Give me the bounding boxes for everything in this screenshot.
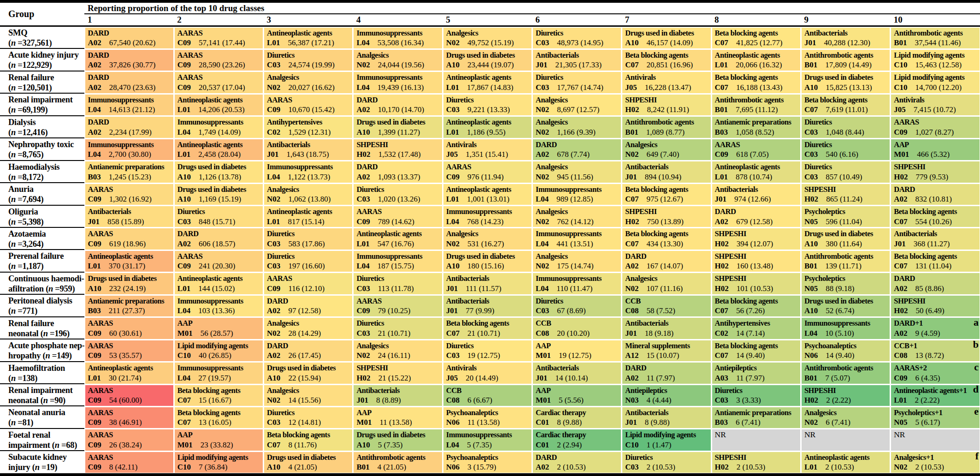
- cell-L01: Antineoplastic agentsL0130 (21.74): [85, 363, 173, 383]
- cell-N02: AnalgesicsN0224 (16.11): [354, 340, 442, 361]
- cell-A10: Drugs used in diabetesA1023,444 (19.07): [443, 50, 531, 71]
- group-label: Peritoneal dialysis(n =771): [0, 295, 84, 317]
- cell-A10: Drugs used in diabetesA101,169 (15.19): [175, 184, 263, 205]
- cell-B01: Antithrombotic agentsB0117,809 (14.49): [802, 50, 890, 71]
- cell-B01: Antithrombotic agentsB017 (5.07): [802, 363, 890, 383]
- table-row: Dialysis(n =12,416)DARDA022,234 (17.99)I…: [0, 116, 980, 138]
- group-label: SMQ(n =327,561): [0, 27, 84, 49]
- cell-N02: AnalgesicsN02175 (14.74): [533, 251, 621, 272]
- cell-N06: PsychoanalepticsN0614 (9.40): [802, 340, 890, 361]
- cell-L04: ImmunosuppressantsL04103 (13.36): [175, 296, 263, 316]
- cell-C09: AARASC0953 (35.57): [85, 340, 173, 361]
- cell-L04: ImmunosuppressantsL04110 (11.47): [533, 273, 621, 294]
- cell-N05: PsycholepticsN0588 (9.18): [802, 273, 890, 294]
- table-title: Reporting proportion of the top 10 drug …: [84, 3, 980, 14]
- cell-A10: Drugs used in diabetesA101,399 (11.27): [354, 117, 442, 137]
- cell-N02: AnalgesicsN02649 (7.40): [622, 139, 710, 160]
- cell-J01: AntibacterialsJ011,643 (18.75): [264, 139, 352, 160]
- cell-A02: DARDA02678 (7.74): [533, 139, 621, 160]
- cell-C03: DiureticsC0317,767 (14.74): [533, 72, 621, 93]
- table-row: Anuria(n =7,694)AARASC091,302 (16.92)Dru…: [0, 183, 980, 205]
- cell-N02: AnalgesicsN0214 (15.56): [264, 385, 352, 406]
- cell-A02: DARDA0210,170 (14.70): [354, 95, 442, 115]
- cell-B01: Antithrombotic agentsB014 (21.05): [354, 452, 442, 473]
- cell-L04: ImmunosuppressantsL0419,439 (16.13): [354, 72, 442, 93]
- cell-A10: Drugs used in diabetesA1046,157 (14.09): [622, 28, 710, 48]
- cell-A10: Drugs used in diabetesA10380 (11.64): [802, 228, 890, 249]
- cell-C03: DiureticsC031,020 (13.26): [354, 184, 442, 205]
- cell-A02: DARDA02606 (18.57): [175, 228, 263, 249]
- table-row: Renal impairment(n =69,199)Immunosuppres…: [0, 94, 980, 116]
- cell-C09: AARASC09618 (7.05): [712, 139, 800, 160]
- table-row: Haemofiltration(n =138)Antineoplastic ag…: [0, 362, 980, 384]
- group-label: Prerenal failure(n =1,187): [0, 250, 84, 272]
- cell-C10: Lipid modifying agentsC101 (1.47): [622, 429, 710, 450]
- table-row: Subacute kidneyinjury (n =19)AARASC098 (…: [0, 451, 980, 473]
- cell-C03: DiureticsC0321 (10.71): [354, 318, 442, 339]
- cell-C03: DiureticsC039,221 (13.33): [443, 95, 531, 115]
- cell-C07: Beta blocking agentsC077,619 (11.01): [802, 95, 890, 115]
- cell-C09: AARASC0960 (30.61): [85, 318, 173, 339]
- cell-C09: AARASC09976 (11.94): [443, 161, 531, 182]
- cell-C07: Beta blocking agentsC07554 (10.26): [891, 206, 979, 227]
- cell-A10: Drugs used in diabetesA1052 (6.74): [802, 296, 890, 316]
- cell-N02: AnalgesicsN02531 (16.27): [443, 228, 531, 249]
- cell-C09: AARASC09619 (18.96): [85, 228, 173, 249]
- cell-C08: CCBC086 (6.67): [443, 385, 531, 406]
- group-label: Foetal renalimpairment (n =68): [0, 429, 84, 451]
- cell-C02: AntihypertensivesC0214 (7.14): [712, 318, 800, 339]
- group-label: Dialysis(n =12,416): [0, 116, 84, 138]
- cell-J01: AntibacterialsJ0118 (9.18): [622, 318, 710, 339]
- cell-C03: DiureticsC032 (10.53): [622, 452, 710, 473]
- cell-B01: Antithrombotic agentsB01139 (11.71): [802, 251, 890, 272]
- cell-C09: AARASC0928,590 (23.26): [175, 50, 263, 71]
- table-row: Continuous haemodi-afiltration (n =959)D…: [0, 273, 980, 295]
- cell-H02: SHPESHIH028,242 (11.91): [622, 95, 710, 115]
- rank-header-10: 10: [891, 14, 980, 25]
- cell-A02: DARDA0267,540 (20.62): [85, 28, 173, 48]
- group-label: Renal failureneonatal (n =196): [0, 317, 84, 339]
- cell-C03: DiureticsC03113 (11.78): [354, 273, 442, 294]
- cell-H02: SHPESHIH022 (10.53): [712, 452, 800, 473]
- cell-C09: AARASC0979 (10.25): [354, 296, 442, 316]
- cell-J01: AntibacterialsJ0121,305 (17.33): [533, 50, 621, 71]
- cell-L04: ImmunosuppressantsL045 (7.35): [443, 429, 531, 450]
- table-row: Foetal renalimpairment (n =68)AARASC0926…: [0, 429, 980, 451]
- cell-N02: Analgesics+1N022 (10.53): [891, 452, 979, 473]
- row-flag-b: b: [973, 339, 979, 351]
- cell-C07: Beta blocking agentsC0713 (16.05): [175, 407, 263, 428]
- group-label: Anuria(n =7,694): [0, 183, 84, 205]
- cell-N02: AnalgesicsN0249,752 (15.19): [443, 28, 531, 48]
- cell-A02: DARDA02832 (10.81): [891, 184, 979, 205]
- cell-L01: Antineoplastic agentsL01144 (15.02): [175, 273, 263, 294]
- cell-B01: Antithrombotic agentsB0137,544 (11.46): [891, 28, 979, 48]
- cell-L04: ImmunosuppressantsL0410 (5.10): [802, 318, 890, 339]
- cell-A10: Drugs used in diabetesA101,126 (13.78): [175, 161, 263, 182]
- cell-A10: Drugs used in diabetesA1015,825 (13.13): [802, 72, 890, 93]
- table-row: SMQ(n =327,561)DARDA0267,540 (20.62)AARA…: [0, 27, 980, 49]
- rank-header-2: 2: [174, 14, 263, 25]
- cell-L04: ImmunosuppressantsL04187 (15.75): [354, 251, 442, 272]
- cell-N02: AnalgesicsN0220,027 (16.62): [264, 72, 352, 93]
- cell-A12: Mineral supplementsA1215 (10.07): [622, 340, 710, 361]
- cell-A02: DARD+1A029 (4.59): [891, 318, 979, 339]
- cell-J01: AntibacterialsJ018 (9.88): [622, 407, 710, 428]
- rank-header-row: 12345678910: [84, 14, 980, 25]
- cell-H02: SHPESHIH02160 (13.48): [712, 251, 800, 272]
- cell-C07: Beta blocking agentsC078 (11.76): [264, 429, 352, 450]
- cell-A02: DARDA0297 (12.58): [264, 296, 352, 316]
- group-label: Subacute kidneyinjury (n =19): [0, 451, 84, 473]
- cell-B03: Antianemic preparationsB036 (7.41): [712, 407, 800, 428]
- group-label: Haemodialysis(n =8,172): [0, 161, 84, 183]
- cell-J01: AntibacterialsJ01894 (10.94): [622, 161, 710, 182]
- cell-B03: Antianemic preparationsB031,245 (15.23): [85, 161, 173, 182]
- cell-L04: ImmunosuppressantsL041,749 (14.09): [175, 117, 263, 137]
- cell-C01: Cardiac therapyC012 (2.94): [533, 429, 621, 450]
- drug-class-heatmap-table: Group Reporting proportion of the top 10…: [0, 0, 980, 476]
- rank-header-3: 3: [264, 14, 353, 25]
- cell-C07: Beta blocking agentsC0715 (16.67): [175, 385, 263, 406]
- cell-C09: AARASC0920,537 (17.04): [175, 72, 263, 93]
- cell-A02: DARDA022,234 (17.99): [85, 117, 173, 137]
- cell-A02: DARDA0228,470 (23.63): [85, 72, 173, 93]
- cell-not-reported: NR: [802, 429, 890, 450]
